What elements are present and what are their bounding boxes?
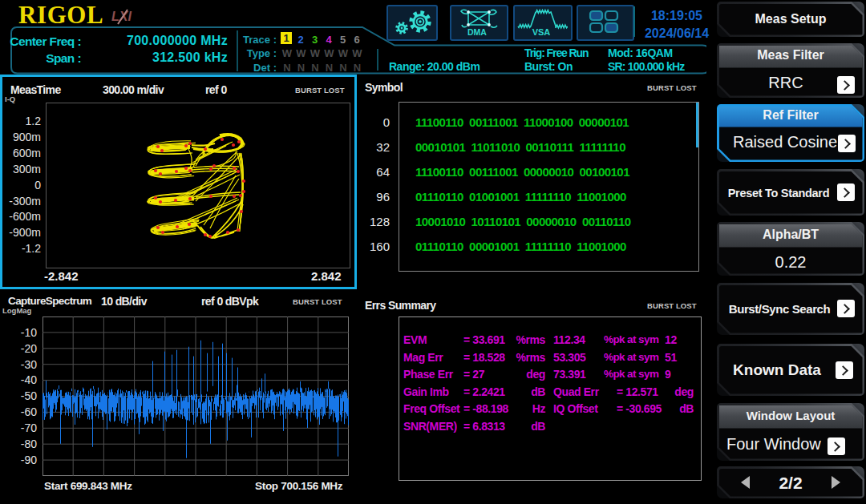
svg-text:DMA: DMA xyxy=(467,27,487,37)
svg-text:VSA: VSA xyxy=(532,27,551,37)
